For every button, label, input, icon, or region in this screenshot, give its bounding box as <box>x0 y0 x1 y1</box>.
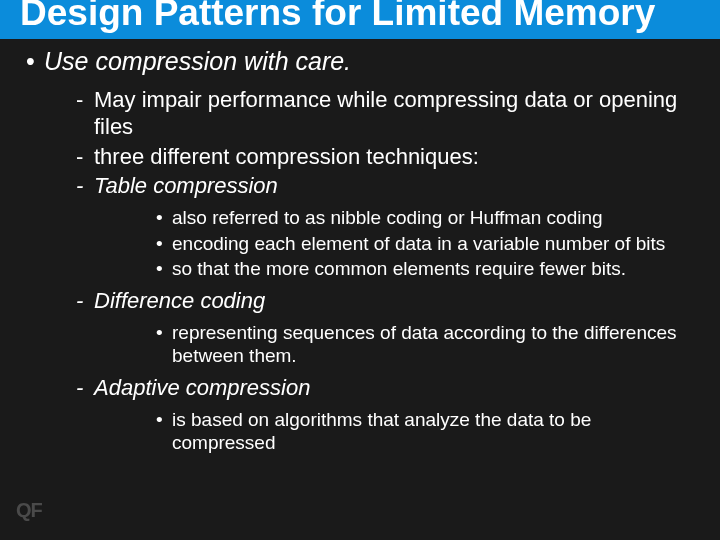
bullet-list-level3: representing sequences of data according… <box>94 321 694 369</box>
slide: Design Patterns for Limited Memory Use c… <box>0 0 720 534</box>
bullet-text: Difference coding <box>94 288 265 313</box>
bullet-text: Table compression <box>94 173 278 198</box>
slide-title: Design Patterns for Limited Memory <box>20 0 700 33</box>
list-item: so that the more common elements require… <box>94 257 694 281</box>
list-item: Table compression also referred to as ni… <box>44 172 694 281</box>
title-bar: Design Patterns for Limited Memory <box>0 0 720 39</box>
list-item: also referred to as nibble coding or Huf… <box>94 206 694 230</box>
bullet-list-level1: Use compression with care. May impair pe… <box>26 47 694 455</box>
list-item: is based on algorithms that analyze the … <box>94 408 694 456</box>
list-item: Adaptive compression is based on algorit… <box>44 374 694 455</box>
bullet-text: Adaptive compression <box>94 375 310 400</box>
bullet-list-level2: May impair performance while compressing… <box>44 86 694 455</box>
list-item: representing sequences of data according… <box>94 321 694 369</box>
list-item: Difference coding representing sequences… <box>44 287 694 368</box>
footer-logo: QF <box>16 499 42 522</box>
list-item: May impair performance while compressing… <box>44 86 694 141</box>
list-item: Use compression with care. May impair pe… <box>26 47 694 455</box>
list-item: three different compression techniques: <box>44 143 694 171</box>
list-item: encoding each element of data in a varia… <box>94 232 694 256</box>
bullet-list-level3: is based on algorithms that analyze the … <box>94 408 694 456</box>
bullet-list-level3: also referred to as nibble coding or Huf… <box>94 206 694 281</box>
slide-content: Use compression with care. May impair pe… <box>0 39 720 455</box>
bullet-text: Use compression with care. <box>44 47 351 75</box>
